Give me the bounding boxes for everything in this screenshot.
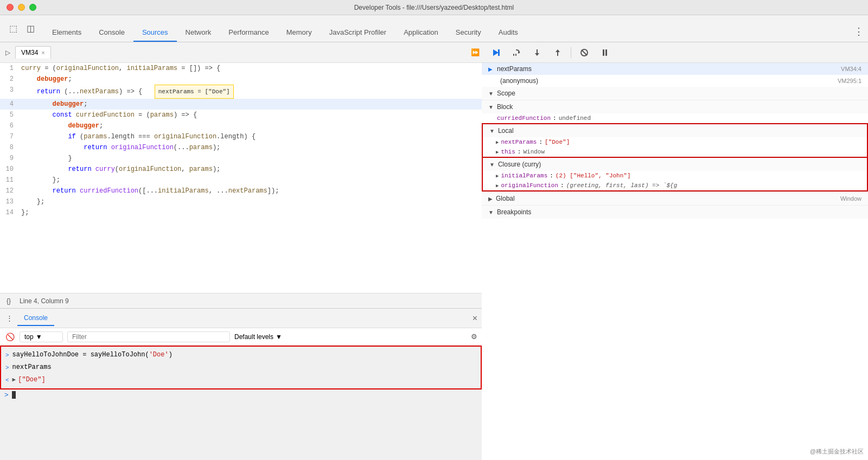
scope-expand-icon[interactable]: ▶: [496, 139, 499, 145]
console-clear-button[interactable]: 🚫: [4, 331, 15, 342]
code-editor[interactable]: 1 curry = (originalFunction, initialPara…: [0, 63, 482, 293]
console-expand-icon[interactable]: ▶: [12, 375, 16, 385]
svg-marker-8: [556, 49, 560, 52]
call-stack-item-active[interactable]: ▶ nextParams VM34:4: [482, 63, 868, 75]
console-prompt-icon: >: [4, 391, 9, 399]
svg-line-10: [582, 50, 587, 55]
line-number: 5: [0, 110, 19, 120]
console-levels-arrow: ▼: [276, 333, 282, 341]
scope-global-header[interactable]: ▶ Global Window: [482, 192, 868, 205]
scope-global-value: Window: [840, 195, 861, 202]
minimize-button[interactable]: [18, 4, 25, 11]
panel-toggle[interactable]: ▷: [2, 47, 13, 58]
console-context-arrow: ▼: [36, 333, 42, 341]
file-tab-name: VM34: [21, 49, 38, 56]
console-context-dropdown[interactable]: top ▼: [20, 331, 63, 342]
call-stack-location: VM34:4: [841, 66, 861, 72]
call-stack-location: VM295:1: [838, 78, 861, 84]
scope-expand-icon[interactable]: ▶: [496, 183, 499, 189]
scope-value: (2) ["Hello", "John"]: [556, 173, 631, 179]
scope-global-title: Global: [496, 195, 515, 202]
tab-sources[interactable]: Sources: [133, 15, 177, 42]
console-tab-console[interactable]: Console: [17, 311, 54, 326]
console-context-label: top: [24, 333, 34, 341]
list-item: < ▶ ["Doe"]: [1, 374, 481, 386]
line-content: return (...nextParams) => { nextParams =…: [19, 85, 482, 99]
console-input-area[interactable]: >: [0, 389, 482, 400]
scope-colon: :: [518, 149, 521, 155]
device-icon[interactable]: ◫: [24, 22, 37, 35]
file-tab-vm34[interactable]: VM34 ×: [15, 46, 51, 59]
file-tabs-bar: ▷ VM34 × ⏩: [0, 42, 482, 63]
scope-section-header[interactable]: ▼ Scope: [482, 87, 868, 100]
tab-application[interactable]: Application: [395, 15, 447, 42]
breakpoints-header[interactable]: ▼ Breakpoints: [482, 205, 868, 219]
step-over-button[interactable]: [509, 45, 524, 60]
line-number: 14: [0, 207, 19, 218]
svg-marker-0: [493, 49, 499, 56]
svg-rect-12: [605, 49, 607, 56]
line-content: debugger;: [19, 99, 482, 110]
more-tabs-button[interactable]: ⋮: [854, 25, 864, 42]
tab-js-profiler[interactable]: JavaScript Profiler: [321, 15, 395, 42]
step-out-button[interactable]: [550, 45, 565, 60]
scope-expand-icon[interactable]: ▶: [496, 173, 499, 179]
line-content: }: [19, 153, 482, 164]
close-button[interactable]: [7, 4, 14, 11]
table-row: 2 debugger;: [0, 74, 482, 85]
tab-network[interactable]: Network: [177, 15, 220, 42]
console-output: > sayHelloToJohnDoe = sayHelloToJohn('Do…: [0, 346, 482, 389]
scope-value: (greeting, first, last) => `${g: [566, 182, 678, 189]
console-close-button[interactable]: ×: [473, 314, 477, 323]
tab-performance[interactable]: Performance: [220, 15, 277, 42]
console-filter-input[interactable]: [67, 331, 230, 342]
tab-security[interactable]: Security: [447, 15, 490, 42]
call-stack-item[interactable]: (anonymous) VM295:1: [482, 75, 868, 87]
scope-local-section: ▼ Local ▶ nextParams : ["Doe"] ▶ this : …: [482, 123, 868, 158]
console-settings-icon[interactable]: ⚙: [471, 333, 477, 341]
scope-colon: :: [560, 182, 564, 189]
step-into-button[interactable]: [529, 45, 545, 60]
table-row: 3 return (...nextParams) => { nextParams…: [0, 85, 482, 99]
console-options-icon[interactable]: ⋮: [4, 314, 14, 323]
line-number: 2: [0, 74, 19, 85]
pause-on-exceptions-button[interactable]: [597, 45, 612, 60]
line-number: 11: [0, 175, 19, 186]
deactivate-breakpoints-button[interactable]: [577, 45, 592, 60]
svg-rect-1: [498, 49, 500, 56]
console-levels-label: Default levels: [234, 333, 273, 341]
code-table: 1 curry = (originalFunction, initialPara…: [0, 63, 482, 218]
scope-item[interactable]: ▶ nextParams : ["Doe"]: [483, 137, 867, 147]
scope-block-header[interactable]: ▼ Block: [482, 100, 868, 113]
table-row: 14 };: [0, 207, 482, 218]
line-content: const curriedFunction = (params) => {: [19, 110, 482, 120]
scope-closure-header[interactable]: ▼ Closure (curry): [483, 158, 867, 171]
scope-item[interactable]: ▶ this : Window: [483, 147, 867, 157]
resume-button[interactable]: [488, 45, 503, 60]
scope-item[interactable]: ▶ initialParams : (2) ["Hello", "John"]: [483, 171, 867, 181]
maximize-button[interactable]: [29, 4, 36, 11]
scope-key: curriedFunction: [497, 115, 551, 122]
scope-expand-icon[interactable]: ▶: [496, 149, 499, 155]
tab-memory[interactable]: Memory: [278, 15, 321, 42]
scope-block-arrow: ▼: [488, 104, 494, 110]
tab-console[interactable]: Console: [90, 15, 133, 42]
tab-elements[interactable]: Elements: [43, 15, 90, 42]
line-content: curry = (originalFunction, initialParams…: [19, 63, 482, 74]
scope-item[interactable]: ▶ originalFunction : (greeting, first, l…: [483, 181, 867, 190]
cursor-icon[interactable]: ⬚: [7, 22, 20, 35]
table-row: 12 return curriedFunction([...initialPar…: [0, 186, 482, 196]
tab-audits[interactable]: Audits: [490, 15, 527, 42]
console-levels-dropdown[interactable]: Default levels ▼: [234, 333, 282, 341]
scope-local-header[interactable]: ▼ Local: [483, 124, 867, 137]
console-line-text: ["Doe"]: [18, 375, 45, 385]
scope-key: this: [501, 149, 515, 155]
file-tab-close[interactable]: ×: [41, 49, 44, 56]
scope-colon: :: [550, 173, 553, 179]
scope-item: curriedFunction : undefined: [482, 113, 868, 123]
watermark: @稀土掘金技术社区: [810, 448, 864, 456]
main-layout: ▷ VM34 × ⏩ 1 curry = (originalFunction: [0, 42, 868, 460]
list-item: > sayHelloToJohnDoe = sayHelloToJohn('Do…: [1, 349, 481, 361]
format-icon[interactable]: ⏩: [471, 48, 480, 56]
scope-closure-section: ▼ Closure (curry) ▶ initialParams : (2) …: [482, 158, 868, 191]
